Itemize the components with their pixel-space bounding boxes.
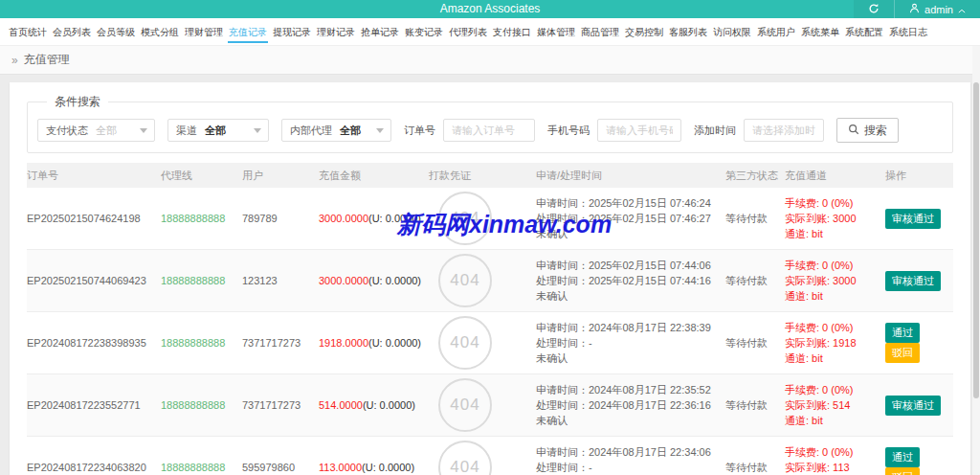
- user-id: 7371717273: [242, 337, 319, 349]
- scrollbar: [972, 46, 980, 475]
- nav-item-5[interactable]: 充值记录: [227, 18, 269, 46]
- voucher-404-placeholder: 404: [438, 441, 492, 475]
- nav-item-3[interactable]: 模式分组: [139, 18, 181, 46]
- nav-item-19[interactable]: 系统配置: [843, 18, 885, 46]
- nav-item-9[interactable]: 账变记录: [403, 18, 445, 46]
- time-line: 处理时间：-: [536, 335, 720, 351]
- nav-item-16[interactable]: 访问权限: [711, 18, 753, 46]
- third-party-status: 等待付款: [725, 461, 785, 475]
- column-header: 充值金额: [319, 169, 429, 183]
- nav-item-7[interactable]: 理财记录: [315, 18, 357, 46]
- search-button-label: 搜索: [864, 123, 887, 139]
- admin-username: admin: [924, 4, 953, 15]
- column-header: 用户: [242, 169, 319, 183]
- channel-line: 通道: bit: [785, 413, 880, 428]
- table-row: EP20240817223406382018888888888595979860…: [27, 437, 953, 475]
- filter-value: 全部: [205, 124, 246, 138]
- time-cell: 申请时间：2025年02月15日 07:44:06处理时间：2025年02月15…: [536, 258, 725, 304]
- voucher-cell: 404: [429, 312, 536, 373]
- nav-item-14[interactable]: 交易控制: [623, 18, 665, 46]
- nav-item-6[interactable]: 提现记录: [271, 18, 313, 46]
- column-header: 订单号: [27, 169, 161, 183]
- agent-line-cell: 18888888888: [161, 399, 242, 411]
- nav-item-8[interactable]: 抢单记录: [359, 18, 401, 46]
- person-icon: [909, 3, 920, 15]
- filter-label: 添加时间: [694, 124, 736, 138]
- time-line: 申请时间：2024年08月17日 22:38:39: [536, 320, 720, 335]
- internal-agent-select[interactable]: 内部代理全部: [281, 119, 391, 142]
- order-no: EP20250215074624198: [27, 213, 161, 224]
- audit-pass-button[interactable]: 审核通过: [885, 271, 941, 291]
- nav-item-13[interactable]: 商品管理: [579, 18, 621, 46]
- table-row: EP20250215074406942318888888888123123300…: [27, 250, 953, 312]
- voucher-404-placeholder: 404: [438, 254, 492, 307]
- filter-label: 渠道: [176, 124, 197, 138]
- pass-button[interactable]: 通过: [885, 323, 920, 343]
- channel-cell: 手续费: 0 (0%)实际到账: 3000通道: bit: [785, 195, 885, 241]
- recharge-amount: 514.0000: [319, 399, 363, 411]
- column-header: 第三方状态: [725, 169, 785, 183]
- filter-value: 全部: [96, 124, 132, 138]
- chevron-down-icon: [140, 128, 147, 133]
- time-line: 处理时间：2024年08月17日 22:36:16: [536, 397, 720, 413]
- nav-item-1[interactable]: 会员列表: [51, 18, 93, 46]
- channel-line: 手续费: 0 (0%): [785, 382, 880, 397]
- time-line: 未确认: [536, 226, 720, 241]
- payment-status-select[interactable]: 支付状态全部: [37, 119, 155, 142]
- nav-item-18[interactable]: 系统菜单: [799, 18, 841, 46]
- nav-item-11[interactable]: 支付接口: [491, 18, 533, 46]
- admin-menu[interactable]: admin: [894, 0, 980, 18]
- filter-group: 手机号码: [547, 119, 681, 142]
- time-line: 处理时间：2025年02月15日 07:44:16: [536, 273, 720, 288]
- nav-item-0[interactable]: 首页统计: [7, 18, 49, 46]
- table-row: EP20250215074624198188888888887897893000…: [27, 188, 953, 250]
- audit-pass-button[interactable]: 审核通过: [885, 396, 941, 416]
- third-party-status: 等待付款: [725, 274, 785, 288]
- nav-item-20[interactable]: 系统日志: [887, 18, 929, 46]
- nav-item-2[interactable]: 会员等级: [95, 18, 137, 46]
- voucher-cell: 404: [429, 437, 536, 475]
- channel-cell: 手续费: 0 (0%)实际到账: 113通道: bit: [785, 444, 885, 475]
- table-row: EP20240817223552771188888888887371717273…: [27, 374, 953, 437]
- channel-select[interactable]: 渠道全部: [167, 119, 269, 142]
- nav-item-10[interactable]: 代理列表: [447, 18, 489, 46]
- nav-item-17[interactable]: 系统用户: [755, 18, 797, 46]
- main-nav: 首页统计会员列表会员等级模式分组理财管理充值记录提现记录理财记录抢单记录账变记录…: [0, 18, 980, 46]
- pass-button[interactable]: 通过: [885, 447, 920, 467]
- time-line: 未确认: [536, 413, 720, 428]
- refresh-icon: [868, 1, 880, 18]
- time-line: 处理时间：2025年02月15日 07:46:27: [536, 211, 720, 226]
- channel-cell: 手续费: 0 (0%)实际到账: 1918通道: bit: [785, 320, 885, 366]
- audit-pass-button[interactable]: 审核通过: [885, 209, 941, 229]
- amount-u-value: (U: 0.0000): [368, 213, 421, 224]
- third-party-status: 等待付款: [725, 336, 785, 351]
- phone-number-input[interactable]: [597, 119, 681, 142]
- channel-line: 手续费: 0 (0%): [785, 195, 880, 211]
- channel-cell: 手续费: 0 (0%)实际到账: 3000通道: bit: [785, 258, 885, 304]
- voucher-404-placeholder: 404: [438, 192, 492, 245]
- refresh-button[interactable]: [854, 0, 894, 18]
- add-time-input[interactable]: [744, 119, 824, 142]
- search-legend: 条件搜索: [47, 94, 108, 110]
- nav-item-15[interactable]: 客服列表: [667, 18, 709, 46]
- table-body: EP20250215074624198188888888887897893000…: [27, 188, 953, 475]
- search-button[interactable]: 搜索: [836, 118, 899, 143]
- order-no: EP202408172238398935: [27, 337, 161, 349]
- nav-item-4[interactable]: 理财管理: [183, 18, 225, 46]
- reject-button[interactable]: 驳回: [885, 467, 920, 475]
- user-id: 789789: [242, 213, 319, 224]
- table-header: 订单号代理线用户充值金额打款凭证申请/处理时间第三方状态充值通道操作: [27, 163, 953, 188]
- filter-label: 内部代理: [290, 124, 332, 138]
- scrollbar-thumb[interactable]: [973, 82, 979, 398]
- filter-group: 订单号: [404, 119, 535, 142]
- time-line: 处理时间：-: [536, 460, 720, 475]
- nav-item-12[interactable]: 媒体管理: [535, 18, 577, 46]
- time-line: 未确认: [536, 288, 720, 304]
- reject-button[interactable]: 驳回: [885, 343, 920, 363]
- agent-line: 18888888888: [161, 213, 225, 224]
- column-header: 申请/处理时间: [536, 169, 725, 183]
- actions-cell: 通过驳回: [885, 447, 962, 475]
- channel-line: 实际到账: 3000: [785, 273, 880, 288]
- order-no-input[interactable]: [443, 119, 535, 142]
- filter-label: 支付状态: [46, 124, 88, 138]
